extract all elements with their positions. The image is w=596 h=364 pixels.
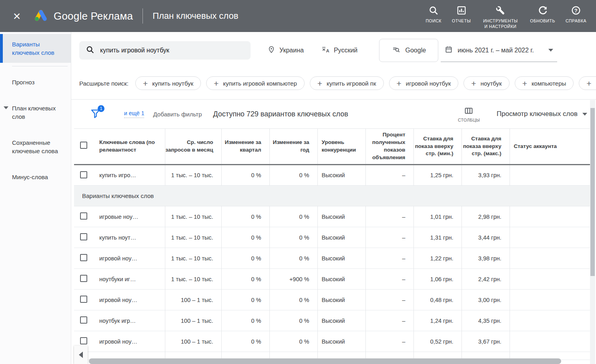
keyword-chip[interactable]: + купить игровой пк xyxy=(310,76,384,90)
quarterly-cell: 0 % xyxy=(221,165,269,186)
search-action-label: ПОИСК xyxy=(426,18,441,24)
sidebar-item-forecast[interactable]: Прогноз xyxy=(0,73,71,92)
chip-label: ноутбук xyxy=(480,80,502,87)
language-selector[interactable]: A Русский xyxy=(321,46,357,56)
location-pin-icon xyxy=(267,46,275,55)
add-filter-button[interactable]: Добавить фильтр xyxy=(153,111,202,118)
bid-high-cell: 2,98 грн. xyxy=(462,206,510,227)
status-cell xyxy=(510,290,590,310)
location-selector[interactable]: Украина xyxy=(267,46,304,55)
keyword-ideas-card: 1 и ещё 1 Добавить фильтр Доступно 729 в… xyxy=(71,99,596,364)
competition-cell: Высокий xyxy=(317,227,365,248)
svg-text:A: A xyxy=(326,48,329,53)
horizontal-scrollbar[interactable] xyxy=(89,358,561,364)
plus-icon: + xyxy=(317,79,322,88)
topbar: × Google Реклама План ключевых слов ПОИС… xyxy=(0,0,596,32)
yoy-cell: 0 % xyxy=(269,206,317,227)
columns-button[interactable]: СТОЛБЦЫ xyxy=(458,106,480,122)
table-row: купить игро… 1 тыс. – 10 тыс. 0 % 0 % Вы… xyxy=(74,165,590,186)
refresh-button[interactable]: ОБНОВИТЬ xyxy=(530,5,555,24)
col-header-impression-share[interactable]: Процент полученных показов объявления xyxy=(365,129,413,165)
col-header-avg-searches[interactable]: Ср. число запросов в месяц xyxy=(165,129,221,165)
row-checkbox[interactable] xyxy=(80,212,87,220)
keyword-chip[interactable]: + игровой ноутбук xyxy=(389,76,459,90)
date-range-selector[interactable]: июнь 2021 г. – май 2022 г. xyxy=(441,39,557,62)
select-all-checkbox[interactable] xyxy=(80,142,87,149)
status-cell xyxy=(510,310,590,331)
col-header-competition[interactable]: Уровень конкуренции xyxy=(317,129,365,165)
section-label: Варианты ключевых слов xyxy=(74,186,590,206)
keyword-chip[interactable]: + купить игровой компьютер xyxy=(206,76,305,90)
search-input[interactable] xyxy=(100,47,244,54)
search-icon xyxy=(86,45,94,56)
searches-cell: 100 – 1 тыс. xyxy=(165,331,221,352)
impression-share-cell: – xyxy=(365,269,413,290)
row-checkbox[interactable] xyxy=(80,275,87,282)
yoy-cell: 0 % xyxy=(269,165,317,186)
network-value: Google xyxy=(405,47,426,54)
plus-icon: + xyxy=(214,79,219,88)
close-icon[interactable]: × xyxy=(10,8,24,24)
row-checkbox[interactable] xyxy=(80,316,87,324)
sidebar-item-keyword-ideas[interactable]: Варианты ключевых слов xyxy=(0,34,71,63)
table-toolbar: 1 и ещё 1 Добавить фильтр Доступно 729 в… xyxy=(71,100,596,128)
status-cell xyxy=(510,227,590,248)
help-button[interactable]: ? СПРАВКА xyxy=(566,5,586,24)
chevron-left-icon xyxy=(79,352,83,358)
chip-label: купить ноутбук xyxy=(152,80,193,87)
refresh-label: ОБНОВИТЬ xyxy=(530,18,555,24)
network-selector[interactable]: Google xyxy=(379,39,438,62)
bid-high-cell: 3,44 грн. xyxy=(462,227,510,248)
reports-label: ОТЧЕТЫ xyxy=(452,18,471,24)
keyword-chip[interactable]: + ноутбук xyxy=(464,76,509,90)
vertical-scrollbar-thumb[interactable] xyxy=(590,108,595,276)
keyword-chip[interactable]: + купить ноутбук xyxy=(135,76,201,90)
table-row: ноутбук игр… 100 – 1 тыс. 0 % 0 % Высоки… xyxy=(74,310,590,331)
col-header-top-bid-low[interactable]: Ставка для показа вверху стр. (мин.) xyxy=(413,129,462,165)
row-checkbox[interactable] xyxy=(80,337,87,344)
page-title: План ключевых слов xyxy=(153,11,238,21)
col-header-yoy-change[interactable]: Изменение за год xyxy=(269,129,317,165)
table-row: купить ноут… 1 тыс. – 10 тыс. 0 % 0 % Вы… xyxy=(74,227,590,248)
bid-low-cell: 1,01 грн. xyxy=(413,206,462,227)
tools-settings-button[interactable]: ИНСТРУМЕНТЫ И НАСТРОЙКИ xyxy=(481,5,520,29)
view-keywords-dropdown[interactable]: Просмотр ключевых слов xyxy=(497,110,587,118)
yoy-cell: 0 % xyxy=(269,227,317,248)
row-checkbox[interactable] xyxy=(80,296,87,303)
vertical-scrollbar-track[interactable] xyxy=(590,100,595,364)
keyword-chip[interactable]: + компьютеры xyxy=(515,76,574,90)
competition-cell: Высокий xyxy=(317,310,365,331)
quarterly-cell: 0 % xyxy=(221,206,269,227)
row-checkbox[interactable] xyxy=(80,233,87,240)
chevron-down-icon xyxy=(582,113,587,116)
more-filters-link[interactable]: и ещё 1 xyxy=(124,110,144,118)
language-value: Русский xyxy=(334,47,357,54)
filter-count-badge: 1 xyxy=(98,105,104,112)
sidebar-item-keyword-plan[interactable]: План ключевых слов xyxy=(0,99,71,126)
col-header-account-status[interactable]: Статус аккаунта xyxy=(510,129,590,165)
bid-high-cell: 2,42 грн. xyxy=(462,269,510,290)
col-header-keyword[interactable]: Ключевые слова (по релевантност xyxy=(93,129,165,165)
chip-label: купить игровой компьютер xyxy=(223,80,297,87)
row-checkbox[interactable] xyxy=(80,171,87,178)
filter-funnel-button[interactable]: 1 xyxy=(90,108,101,120)
view-keywords-label: Просмотр ключевых слов xyxy=(497,110,578,118)
searches-cell: 1 тыс. – 10 тыс. xyxy=(165,227,221,248)
sidebar-item-negative-keywords[interactable]: Минус-слова xyxy=(0,168,71,186)
impression-share-cell: – xyxy=(365,165,413,186)
sidebar-item-saved-keywords[interactable]: Сохраненные ключевые слова xyxy=(0,133,71,160)
reports-button[interactable]: ОТЧЕТЫ xyxy=(452,5,471,24)
broaden-search-row: Расширьте поиск: + купить ноутбук + купи… xyxy=(79,74,596,92)
collapse-panel-button[interactable] xyxy=(74,346,88,364)
row-checkbox[interactable] xyxy=(80,254,87,261)
col-header-quarterly-change[interactable]: Изменение за квартал xyxy=(221,129,269,165)
search-action-button[interactable]: ПОИСК xyxy=(426,5,441,24)
keyword-chip-partial[interactable]: + xyxy=(579,76,596,90)
keyword-cell: игровой ноу… xyxy=(93,290,165,310)
help-label: СПРАВКА xyxy=(566,18,586,24)
chip-label: купить игровой пк xyxy=(327,80,376,87)
keyword-search-box[interactable] xyxy=(79,41,251,60)
translate-icon: A xyxy=(321,46,330,56)
bid-low-cell: 0,48 грн. xyxy=(413,290,462,310)
col-header-top-bid-high[interactable]: Ставка для показа вверху стр. (макс.) xyxy=(462,129,510,165)
